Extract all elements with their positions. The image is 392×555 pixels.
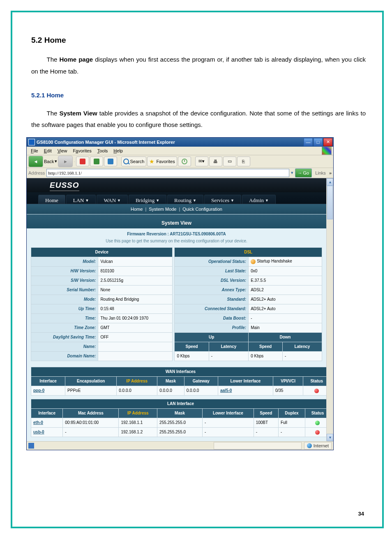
- toolbar: ◄ Back ▾ ► · Search Favorites ✉▾ 🖶 ▭ ⎘: [27, 155, 333, 168]
- address-dropdown[interactable]: ▾: [291, 170, 293, 175]
- system-view-bold: System View: [59, 110, 97, 117]
- scroll-thumb[interactable]: [327, 186, 333, 219]
- table-row: Operational Status:Startup Handshake: [175, 257, 322, 266]
- lan-eth-link[interactable]: eth-0: [31, 418, 63, 427]
- search-button[interactable]: Search: [121, 157, 147, 166]
- refresh-button[interactable]: [90, 157, 103, 166]
- address-input[interactable]: [46, 169, 289, 177]
- table-row: Daylight Saving Time:OFF: [31, 332, 173, 342]
- discuss-button[interactable]: ⎘: [237, 157, 250, 166]
- tab-routing[interactable]: Routing▼: [167, 195, 203, 204]
- wan-iface-link[interactable]: ppp-0: [31, 386, 65, 395]
- subnav-home[interactable]: Home: [131, 207, 143, 212]
- minimize-button[interactable]: —: [304, 138, 313, 146]
- table-row: Up Time:0:15:48: [31, 304, 173, 313]
- menu-file[interactable]: File: [28, 148, 41, 154]
- table-row: H/W Version:810100: [31, 266, 173, 276]
- wan-header: WAN Interfaces: [31, 367, 330, 376]
- table-row: usb-0 - 192.168.1.2 255.255.255.0 - - -: [31, 427, 330, 437]
- tab-lan[interactable]: LAN▼: [66, 195, 96, 204]
- system-view-para: The System View table provides a snapsho…: [31, 108, 366, 131]
- tab-admin[interactable]: Admin▼: [242, 195, 276, 204]
- maximize-button[interactable]: □: [314, 138, 323, 146]
- subnav-mode[interactable]: System Mode: [149, 207, 176, 212]
- history-button[interactable]: [178, 157, 191, 166]
- window-titlebar: GS8100 Configuration Manager GUI - Micro…: [27, 138, 333, 147]
- tab-wan[interactable]: WAN▼: [97, 195, 128, 204]
- menu-tools[interactable]: Tools: [95, 148, 111, 154]
- globe-icon: [307, 443, 312, 448]
- windows-logo-icon: [322, 147, 332, 155]
- address-bar: Address ▾ →Go Links »: [27, 168, 333, 178]
- tab-home[interactable]: Home: [38, 195, 65, 204]
- lan-header: LAN Interface: [31, 399, 330, 408]
- forward-button[interactable]: ►: [58, 156, 73, 167]
- device-table: Device Model:Vulcan H/W Version:810100 S…: [31, 247, 173, 361]
- subsection-heading: 5.2.1 Home: [31, 90, 366, 101]
- back-label[interactable]: Back: [44, 159, 54, 164]
- menu-edit[interactable]: Edit: [42, 148, 54, 154]
- status-green-icon: [315, 421, 320, 425]
- sub-nav: Home | System Mode | Quick Configuration: [27, 204, 326, 214]
- menu-view[interactable]: View: [55, 148, 70, 154]
- dsl-header: DSL: [175, 247, 322, 257]
- table-row: Last State:0x0: [175, 266, 322, 276]
- page-viewport: EUSSO Home LAN▼ WAN▼ Bridging▼ Routing▼ …: [27, 178, 326, 441]
- status-bar: Internet: [27, 441, 333, 450]
- edit-button[interactable]: ▭: [223, 157, 236, 166]
- vertical-scrollbar[interactable]: ▴ ▾: [326, 178, 333, 441]
- table-row: Connected Standard:ADSL2+ Auto: [175, 304, 322, 313]
- print-button[interactable]: 🖶: [209, 157, 222, 166]
- table-row: Data Boost:-: [175, 313, 322, 323]
- table-row: Name:: [31, 342, 173, 351]
- main-tabs: Home LAN▼ WAN▼ Bridging▼ Routing▼ Servic…: [27, 192, 326, 204]
- ie-icon: [28, 139, 35, 145]
- system-view-title: System View: [27, 214, 326, 228]
- search-icon: [123, 159, 129, 164]
- firmware-line: Firmware Reversion : ART21G5U-TE5.090806…: [27, 228, 326, 238]
- menu-help[interactable]: Help: [111, 148, 125, 154]
- scroll-track[interactable]: [327, 219, 333, 434]
- stop-button[interactable]: [76, 157, 89, 166]
- tab-bridging[interactable]: Bridging▼: [129, 195, 166, 204]
- wan-lower-link[interactable]: aal5-0: [218, 386, 273, 395]
- stop-icon: [80, 159, 85, 164]
- status-loading-icon: [251, 259, 256, 264]
- scroll-down-button[interactable]: ▾: [327, 434, 333, 441]
- back-dd[interactable]: ▾: [55, 159, 57, 164]
- lan-usb-link[interactable]: usb-0: [31, 427, 63, 437]
- tab-services[interactable]: Services▼: [204, 195, 241, 204]
- page-number: 34: [358, 511, 364, 517]
- favorites-button[interactable]: Favorites: [147, 157, 177, 166]
- table-row: Mode:Routing And Bridging: [31, 295, 173, 304]
- wan-table: WAN Interfaces Interface Encapsulation I…: [31, 367, 330, 396]
- device-header: Device: [31, 247, 173, 257]
- table-row: Time:Thu Jan 01 00:24:09 1970: [31, 313, 173, 323]
- window-title: GS8100 Configuration Manager GUI - Micro…: [37, 140, 304, 145]
- table-row: eth-0 00:85:A0:01:01:00 192.168.1.1 255.…: [31, 418, 330, 427]
- table-row: ppp-0 PPPoE 0.0.0.0 0.0.0.0 0.0.0.0 aal5…: [31, 386, 330, 395]
- menu-favorites[interactable]: Favorites: [70, 148, 94, 154]
- table-row: Serial Number:None: [31, 285, 173, 295]
- menu-bar: File Edit View Favorites Tools Help: [27, 147, 333, 155]
- table-row: Domain Name:: [31, 351, 173, 361]
- links-chevron[interactable]: »: [329, 170, 332, 175]
- table-row: S/W Version:2.5.051215g: [31, 276, 173, 285]
- go-button[interactable]: →Go: [295, 168, 312, 177]
- history-icon: [182, 159, 187, 164]
- home-button[interactable]: [104, 157, 117, 166]
- mail-button[interactable]: ✉▾: [195, 157, 208, 166]
- table-row: DSL Version:E.37.5.5: [175, 276, 322, 285]
- links-label[interactable]: Links: [314, 170, 327, 175]
- subnav-quick[interactable]: Quick Configuration: [182, 207, 222, 212]
- close-button[interactable]: ✕: [323, 138, 332, 146]
- status-red-icon: [315, 430, 320, 435]
- table-row: Standard:ADSL2+ Auto: [175, 295, 322, 304]
- scroll-up-button[interactable]: ▴: [327, 178, 333, 186]
- section-heading: 5.2 Home: [31, 33, 366, 48]
- down-header: Down: [249, 332, 322, 342]
- status-red-icon: [314, 389, 319, 393]
- home-page-bold: Home page: [59, 56, 93, 63]
- home-icon: [108, 159, 113, 164]
- back-button[interactable]: ◄: [28, 156, 43, 167]
